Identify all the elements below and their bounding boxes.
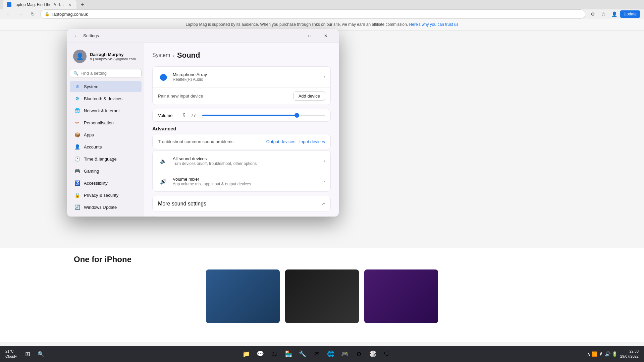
- taskbar-app-edge[interactable]: 🌐: [325, 348, 337, 360]
- sidebar-item-accessibility[interactable]: ♿ Accessibility: [70, 177, 142, 189]
- avatar: 👤: [73, 50, 87, 63]
- page-title: Sound: [177, 51, 200, 60]
- sidebar-item-personalisation[interactable]: ✏ Personalisation: [70, 117, 142, 128]
- back-button[interactable]: ←: [4, 9, 13, 19]
- minimize-button[interactable]: —: [286, 31, 301, 41]
- input-devices-link[interactable]: Input devices: [299, 139, 325, 144]
- sidebar-item-accounts[interactable]: 👤 Accounts: [70, 141, 142, 153]
- volume-mixer-sub: App volume mix, app input & output devic…: [173, 182, 320, 186]
- wifi-icon[interactable]: 📶: [592, 351, 597, 357]
- user-profile: 👤 Darragh Murphy d.j.murphy2493@gmail.co…: [70, 47, 142, 66]
- affiliate-link[interactable]: Here's why you can trust us: [409, 22, 459, 27]
- volume-mixer-row[interactable]: 🔊 Volume mixer App volume mix, app input…: [153, 171, 330, 191]
- taskbar-app-files[interactable]: 🗂: [268, 348, 280, 360]
- forward-button[interactable]: →: [16, 9, 25, 19]
- user-info: Darragh Murphy d.j.murphy2493@gmail.com: [90, 52, 136, 61]
- web-card-3[interactable]: [364, 269, 438, 323]
- new-tab-button[interactable]: +: [78, 0, 87, 9]
- settings-search[interactable]: 🔍: [70, 69, 142, 77]
- microphone-active-icon: ⬤: [158, 71, 169, 82]
- dialog-back-button[interactable]: ←: [72, 32, 80, 40]
- active-tab[interactable]: Laptop Mag: Find the Perfect La... ✕: [3, 0, 76, 9]
- taskbar-app-antivirus[interactable]: 🛡: [381, 348, 393, 360]
- battery-icon[interactable]: 🔋: [612, 351, 618, 357]
- taskbar-app-mail[interactable]: ✉: [311, 348, 323, 360]
- settings-sidebar: 👤 Darragh Murphy d.j.murphy2493@gmail.co…: [67, 43, 144, 217]
- volume-label: Volume: [158, 113, 178, 118]
- microphone-row[interactable]: ⬤ Microphone Array Realtek(R) Audio ›: [153, 67, 330, 87]
- taskbar-app-steam[interactable]: 🎲: [367, 348, 379, 360]
- volume-mixer-icon: 🔊: [158, 176, 169, 187]
- window-controls: — □ ✕: [286, 31, 333, 41]
- taskbar-search-button[interactable]: 🔍: [36, 349, 46, 359]
- volume-slider[interactable]: [202, 115, 325, 116]
- maximize-button[interactable]: □: [302, 31, 317, 41]
- output-devices-link[interactable]: Output devices: [266, 139, 296, 144]
- taskbar-app-chat[interactable]: 💬: [254, 348, 266, 360]
- external-link-icon: ↗: [322, 201, 325, 206]
- nav-actions: ⚙ ☆ 👤 Update: [588, 9, 640, 19]
- sidebar-item-privacy[interactable]: 🔒 Privacy & security: [70, 189, 142, 201]
- volume-mixer-text: Volume mixer App volume mix, app input &…: [173, 177, 320, 186]
- user-email: d.j.murphy2493@gmail.com: [90, 57, 136, 61]
- sidebar-label-update: Windows Update: [84, 205, 117, 210]
- taskbar-app-settings[interactable]: ⚙: [353, 348, 365, 360]
- all-sound-devices-title: All sound devices: [173, 156, 320, 161]
- web-card-2[interactable]: [285, 269, 359, 323]
- bookmark-button[interactable]: ☆: [599, 9, 608, 19]
- address-bar[interactable]: 🔒 laptopmag.com/uk: [40, 9, 585, 19]
- personalisation-icon: ✏: [74, 119, 80, 126]
- mic-taskbar-icon[interactable]: 🎙: [599, 351, 603, 357]
- url-text: laptopmag.com/uk: [52, 12, 88, 17]
- time-display: 22:33: [629, 349, 639, 354]
- weather-info: 21°C Cloudy: [5, 349, 17, 359]
- user-name: Darragh Murphy: [90, 52, 136, 57]
- web-card-1[interactable]: [206, 269, 280, 323]
- taskbar-app-xbox[interactable]: 🎮: [339, 348, 351, 360]
- browser-chrome: Laptop Mag: Find the Perfect La... ✕ + ←…: [0, 0, 644, 19]
- mic-icon: 🎙: [182, 113, 187, 118]
- microphone-text: Microphone Array Realtek(R) Audio: [173, 72, 320, 82]
- sidebar-item-network[interactable]: 🌐 Network & internet: [70, 105, 142, 116]
- search-input[interactable]: [80, 71, 138, 76]
- sidebar-item-time[interactable]: 🕐 Time & language: [70, 153, 142, 165]
- taskbar-app-tool[interactable]: 🔧: [297, 348, 309, 360]
- sidebar-item-gaming[interactable]: 🎮 Gaming: [70, 165, 142, 177]
- all-sound-devices-row[interactable]: 🔈 All sound devices Turn devices on/off,…: [153, 151, 330, 171]
- network-icon: 🌐: [74, 107, 80, 114]
- more-sound-settings-row[interactable]: More sound settings ↗: [152, 196, 331, 212]
- taskbar-clock[interactable]: 22:33 29/07/2022: [620, 349, 639, 359]
- sidebar-label-personalisation: Personalisation: [84, 120, 114, 125]
- add-device-button[interactable]: Add device: [293, 92, 325, 101]
- lock-icon: 🔒: [45, 12, 50, 16]
- update-button[interactable]: Update: [620, 10, 640, 18]
- microphone-card: ⬤ Microphone Array Realtek(R) Audio › Pa…: [152, 66, 331, 105]
- dialog-titlebar: ← Settings — □ ✕: [67, 29, 339, 43]
- tab-close-button[interactable]: ✕: [67, 2, 72, 7]
- sidebar-item-system[interactable]: 🖥 System: [70, 81, 142, 92]
- main-content: System › Sound ⬤ Microphone Array Realte…: [144, 43, 339, 217]
- start-button[interactable]: ⊞: [22, 349, 33, 359]
- affiliate-text: Laptop Mag is supported by its audience.…: [185, 22, 408, 27]
- close-button[interactable]: ✕: [318, 31, 333, 41]
- search-icon: 🔍: [73, 71, 78, 76]
- sidebar-item-update[interactable]: 🔄 Windows Update: [70, 201, 142, 213]
- reload-button[interactable]: ↻: [28, 9, 38, 19]
- microphone-name: Microphone Array: [173, 72, 320, 77]
- sidebar-label-privacy: Privacy & security: [84, 193, 118, 198]
- advanced-section-title: Advanced: [152, 126, 331, 131]
- sidebar-item-bluetooth[interactable]: ⚙ Bluetooth & devices: [70, 93, 142, 104]
- sidebar-label-bluetooth: Bluetooth & devices: [84, 96, 122, 101]
- taskbar-app-explorer[interactable]: 📁: [240, 348, 252, 360]
- dialog-body: 👤 Darragh Murphy d.j.murphy2493@gmail.co…: [67, 43, 339, 217]
- volume-taskbar-icon[interactable]: 🔊: [605, 351, 610, 357]
- profile-button[interactable]: 👤: [609, 9, 619, 19]
- extensions-button[interactable]: ⚙: [588, 9, 597, 19]
- chevron-up-icon[interactable]: ∧: [587, 351, 590, 357]
- taskbar-app-store[interactable]: 🏪: [282, 348, 294, 360]
- sidebar-item-apps[interactable]: 📦 Apps: [70, 129, 142, 140]
- system-icon: 🖥: [74, 83, 80, 90]
- sidebar-label-accounts: Accounts: [84, 144, 102, 149]
- help-row[interactable]: 🌐 Help with Sound ∧: [152, 216, 331, 217]
- breadcrumb-system[interactable]: System: [152, 52, 170, 58]
